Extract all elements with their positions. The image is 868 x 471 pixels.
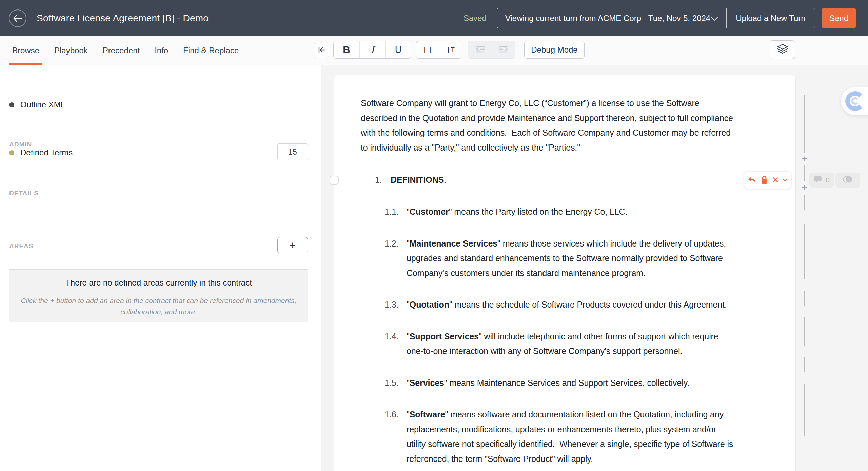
definition-item[interactable]: 1.3. "Quotation" means the schedule of S… <box>384 297 735 312</box>
add-block-button[interactable]: + <box>800 183 809 193</box>
minimap-segment <box>804 195 805 210</box>
assistant-widget[interactable] <box>841 87 868 115</box>
back-button[interactable] <box>9 9 26 27</box>
areas-empty-hint: Click the + button to add an area in the… <box>9 295 308 317</box>
definition-item[interactable]: 1.5. "Services" means Maintenance Servic… <box>384 376 735 391</box>
defined-term: Software <box>410 410 445 419</box>
sidebar-item-defined-terms[interactable]: Defined Terms <box>9 148 73 157</box>
debug-mode-button[interactable]: Debug Mode <box>524 41 585 59</box>
admin-section-header: ADMIN <box>9 141 32 148</box>
minimap-segment <box>804 291 805 306</box>
tab-info[interactable]: Info <box>155 36 168 65</box>
lock-icon[interactable] <box>760 175 768 185</box>
active-tab-underline <box>9 63 42 65</box>
indent-group <box>468 41 515 59</box>
defined-term: Maintenance Services <box>410 239 497 248</box>
section-number: 1. <box>375 173 391 188</box>
defined-term: Quotation <box>410 300 449 309</box>
outdent-icon <box>475 45 486 55</box>
indent-button[interactable] <box>492 41 515 58</box>
chevron-down-icon <box>711 14 718 23</box>
browse-sidebar: ADMIN Outline XML DETAILS Defined Terms … <box>0 65 321 471</box>
diff-toggle-button[interactable] <box>835 173 860 188</box>
details-section-header: DETAILS <box>9 190 39 197</box>
comments-button[interactable]: 0 <box>809 173 834 188</box>
section-action-pill: ✕ <box>744 172 791 189</box>
undo-icon[interactable] <box>748 176 756 184</box>
save-status: Saved <box>463 14 487 23</box>
tab-playbook[interactable]: Playbook <box>54 36 88 65</box>
page-title: Software License Agreement [B] - Demo <box>37 13 209 24</box>
areas-section-header: AREAS <box>9 242 34 250</box>
layers-icon <box>776 43 789 56</box>
section-definitions-row[interactable]: 1. DEFINITIONS. ✕ <box>334 165 795 195</box>
sidebar-item-outline-xml[interactable]: Outline XML <box>9 100 65 110</box>
top-bar: Software License Agreement [B] - Demo Sa… <box>0 0 868 36</box>
defined-term: Support Services <box>410 332 479 341</box>
tab-browse[interactable]: Browse <box>12 36 39 65</box>
indent-icon <box>498 45 509 55</box>
minimap-segment <box>804 357 805 372</box>
send-button[interactable]: Send <box>822 8 856 28</box>
assistant-logo-icon <box>845 91 865 111</box>
secondary-bar: Browse Playbook Precedent Info Find & Re… <box>0 36 868 65</box>
definition-item[interactable]: 1.4. "Support Services" will include tel… <box>384 329 735 359</box>
tab-precedent[interactable]: Precedent <box>103 36 140 65</box>
titlecase-button[interactable]: TT <box>439 41 461 58</box>
outline-xml-label: Outline XML <box>20 100 65 110</box>
comment-bubble-icon <box>813 175 822 185</box>
areas-empty-state: There are no defined areas currently in … <box>9 269 308 322</box>
italic-button[interactable]: I <box>359 41 385 58</box>
comment-count: 0 <box>826 176 830 184</box>
text-case-group: TT TT <box>416 41 461 59</box>
section-checkbox[interactable] <box>330 176 339 185</box>
outdent-button[interactable] <box>468 41 492 58</box>
back-arrow-icon <box>13 15 22 22</box>
add-block-button[interactable]: + <box>800 154 809 164</box>
defined-terms-count-badge: 15 <box>277 143 308 160</box>
turn-selector-value: Viewing current turn from ACME Corp - Tu… <box>505 14 710 23</box>
minimap-segment <box>804 384 805 436</box>
outline-xml-dot-icon <box>9 102 14 107</box>
definition-item[interactable]: 1.2. "Maintenance Services" means those … <box>384 236 735 281</box>
chevron-down-icon[interactable] <box>783 179 788 182</box>
bold-button[interactable]: B <box>334 41 359 58</box>
defined-terms-label: Defined Terms <box>20 148 73 157</box>
turn-selector-dropdown[interactable]: Viewing current turn from ACME Corp - Tu… <box>497 8 726 28</box>
upload-new-turn-button[interactable]: Upload a New Turn <box>727 8 815 28</box>
underline-button[interactable]: U <box>385 41 411 58</box>
section-title: DEFINITIONS <box>391 175 444 184</box>
contract-intro-paragraph: Software Company will grant to Energy Co… <box>361 96 735 155</box>
definition-item[interactable]: 1.1. "Customer" means the Party listed o… <box>384 204 735 219</box>
document-area: Software Company will grant to Energy Co… <box>321 65 868 471</box>
collapse-panel-icon <box>318 46 326 55</box>
reject-icon[interactable]: ✕ <box>772 176 779 184</box>
contract-page: Software Company will grant to Energy Co… <box>334 75 796 471</box>
add-area-button[interactable]: + <box>277 237 308 253</box>
defined-terms-dot-icon <box>9 150 14 155</box>
areas-empty-title: There are no defined areas currently in … <box>9 278 308 288</box>
minimap-segment <box>804 165 805 181</box>
diff-circles-icon <box>842 175 853 185</box>
turn-control-group: Viewing current turn from ACME Corp - Tu… <box>497 8 815 28</box>
text-style-group: B I U <box>333 41 411 59</box>
definitions-list: 1.1. "Customer" means the Party listed o… <box>361 204 735 466</box>
minimap-segment <box>804 317 805 346</box>
definition-item[interactable]: 1.6. "Software" means software and docum… <box>384 407 735 466</box>
defined-term: Services <box>410 378 444 388</box>
sidebar-tabs: Browse Playbook Precedent Info Find & Re… <box>12 36 239 65</box>
minimap-segment <box>804 95 805 153</box>
minimap-segment <box>804 224 805 279</box>
tab-find-replace[interactable]: Find & Replace <box>183 36 239 65</box>
collapse-sidebar-button[interactable] <box>315 43 329 58</box>
layers-button[interactable] <box>770 40 795 59</box>
uppercase-button[interactable]: TT <box>416 41 439 58</box>
defined-term: Customer <box>410 207 449 216</box>
